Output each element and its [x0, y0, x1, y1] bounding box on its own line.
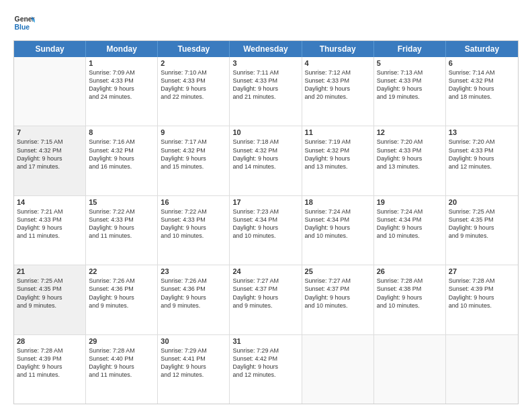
day-info: Sunrise: 7:28 AM Sunset: 4:39 PM Dayligh… [17, 347, 83, 379]
day-cell-21: 21Sunrise: 7:25 AM Sunset: 4:35 PM Dayli… [14, 265, 86, 334]
day-number: 1 [89, 59, 154, 67]
day-cell-5: 5Sunrise: 7:13 AM Sunset: 4:33 PM Daylig… [374, 57, 446, 126]
calendar-body: 1Sunrise: 7:09 AM Sunset: 4:33 PM Daylig… [14, 57, 518, 404]
day-cell-1: 1Sunrise: 7:09 AM Sunset: 4:33 PM Daylig… [86, 57, 158, 126]
day-number: 27 [449, 267, 515, 275]
day-cell-18: 18Sunrise: 7:24 AM Sunset: 4:34 PM Dayli… [302, 196, 374, 265]
day-cell-14: 14Sunrise: 7:21 AM Sunset: 4:33 PM Dayli… [14, 196, 86, 265]
calendar: SundayMondayTuesdayWednesdayThursdayFrid… [13, 40, 519, 404]
header-day-wednesday: Wednesday [230, 41, 302, 57]
day-info: Sunrise: 7:27 AM Sunset: 4:37 PM Dayligh… [232, 277, 298, 310]
day-number: 10 [232, 128, 298, 136]
day-number: 28 [17, 337, 83, 345]
empty-cell [446, 335, 518, 404]
day-number: 9 [161, 128, 226, 136]
day-cell-30: 30Sunrise: 7:29 AM Sunset: 4:41 PM Dayli… [158, 335, 230, 404]
day-number: 31 [232, 337, 298, 345]
day-number: 15 [89, 198, 154, 206]
day-info: Sunrise: 7:29 AM Sunset: 4:42 PM Dayligh… [232, 347, 298, 379]
day-info: Sunrise: 7:28 AM Sunset: 4:40 PM Dayligh… [89, 347, 154, 379]
day-number: 5 [377, 59, 443, 67]
day-cell-10: 10Sunrise: 7:18 AM Sunset: 4:32 PM Dayli… [230, 126, 302, 195]
day-info: Sunrise: 7:20 AM Sunset: 4:33 PM Dayligh… [377, 138, 443, 171]
day-cell-19: 19Sunrise: 7:24 AM Sunset: 4:34 PM Dayli… [374, 196, 446, 265]
day-info: Sunrise: 7:12 AM Sunset: 4:33 PM Dayligh… [305, 68, 371, 101]
day-cell-7: 7Sunrise: 7:15 AM Sunset: 4:32 PM Daylig… [14, 126, 86, 195]
day-info: Sunrise: 7:11 AM Sunset: 4:33 PM Dayligh… [232, 68, 298, 101]
day-info: Sunrise: 7:16 AM Sunset: 4:32 PM Dayligh… [89, 138, 154, 171]
header-day-sunday: Sunday [14, 41, 86, 57]
day-info: Sunrise: 7:21 AM Sunset: 4:33 PM Dayligh… [17, 208, 83, 240]
day-number: 2 [161, 59, 226, 67]
svg-text:Blue: Blue [15, 24, 30, 31]
day-cell-4: 4Sunrise: 7:12 AM Sunset: 4:33 PM Daylig… [302, 57, 374, 126]
day-number: 22 [89, 267, 154, 275]
day-number: 23 [161, 267, 226, 275]
day-number: 25 [305, 267, 371, 275]
day-cell-2: 2Sunrise: 7:10 AM Sunset: 4:33 PM Daylig… [158, 57, 230, 126]
calendar-header: SundayMondayTuesdayWednesdayThursdayFrid… [14, 41, 518, 57]
page: General Blue SundayMondayTuesdayWednesda… [0, 0, 532, 411]
day-info: Sunrise: 7:20 AM Sunset: 4:33 PM Dayligh… [449, 138, 515, 171]
day-cell-11: 11Sunrise: 7:19 AM Sunset: 4:32 PM Dayli… [302, 126, 374, 195]
day-cell-8: 8Sunrise: 7:16 AM Sunset: 4:32 PM Daylig… [86, 126, 158, 195]
day-info: Sunrise: 7:27 AM Sunset: 4:37 PM Dayligh… [305, 277, 371, 310]
header-day-thursday: Thursday [302, 41, 374, 57]
empty-cell [374, 335, 446, 404]
day-number: 12 [377, 128, 443, 136]
day-info: Sunrise: 7:28 AM Sunset: 4:38 PM Dayligh… [377, 277, 443, 310]
day-cell-6: 6Sunrise: 7:14 AM Sunset: 4:32 PM Daylig… [446, 57, 518, 126]
calendar-row-2: 7Sunrise: 7:15 AM Sunset: 4:32 PM Daylig… [14, 126, 518, 195]
day-info: Sunrise: 7:24 AM Sunset: 4:34 PM Dayligh… [377, 208, 443, 240]
day-number: 21 [17, 267, 83, 275]
empty-cell [302, 335, 374, 404]
day-info: Sunrise: 7:17 AM Sunset: 4:32 PM Dayligh… [161, 138, 226, 171]
day-info: Sunrise: 7:25 AM Sunset: 4:35 PM Dayligh… [449, 208, 515, 240]
day-number: 20 [449, 198, 515, 206]
day-number: 13 [449, 128, 515, 136]
day-cell-23: 23Sunrise: 7:26 AM Sunset: 4:36 PM Dayli… [158, 265, 230, 334]
day-info: Sunrise: 7:10 AM Sunset: 4:33 PM Dayligh… [161, 68, 226, 101]
day-number: 16 [161, 198, 226, 206]
day-info: Sunrise: 7:24 AM Sunset: 4:34 PM Dayligh… [305, 208, 371, 240]
header: General Blue [13, 12, 519, 34]
header-day-tuesday: Tuesday [158, 41, 230, 57]
day-cell-15: 15Sunrise: 7:22 AM Sunset: 4:33 PM Dayli… [86, 196, 158, 265]
calendar-row-1: 1Sunrise: 7:09 AM Sunset: 4:33 PM Daylig… [14, 57, 518, 126]
day-number: 7 [17, 128, 83, 136]
day-number: 30 [161, 337, 226, 345]
day-cell-31: 31Sunrise: 7:29 AM Sunset: 4:42 PM Dayli… [230, 335, 302, 404]
day-number: 14 [17, 198, 83, 206]
day-number: 3 [232, 59, 298, 67]
day-number: 11 [305, 128, 371, 136]
day-info: Sunrise: 7:22 AM Sunset: 4:33 PM Dayligh… [89, 208, 154, 240]
day-cell-25: 25Sunrise: 7:27 AM Sunset: 4:37 PM Dayli… [302, 265, 374, 334]
day-info: Sunrise: 7:23 AM Sunset: 4:34 PM Dayligh… [232, 208, 298, 240]
day-number: 24 [232, 267, 298, 275]
day-cell-24: 24Sunrise: 7:27 AM Sunset: 4:37 PM Dayli… [230, 265, 302, 334]
logo-icon: General Blue [13, 12, 35, 34]
calendar-row-5: 28Sunrise: 7:28 AM Sunset: 4:39 PM Dayli… [14, 335, 518, 404]
day-info: Sunrise: 7:18 AM Sunset: 4:32 PM Dayligh… [232, 138, 298, 171]
day-cell-3: 3Sunrise: 7:11 AM Sunset: 4:33 PM Daylig… [230, 57, 302, 126]
day-number: 8 [89, 128, 154, 136]
day-cell-16: 16Sunrise: 7:22 AM Sunset: 4:33 PM Dayli… [158, 196, 230, 265]
day-number: 17 [232, 198, 298, 206]
header-day-saturday: Saturday [446, 41, 518, 57]
day-number: 29 [89, 337, 154, 345]
day-cell-13: 13Sunrise: 7:20 AM Sunset: 4:33 PM Dayli… [446, 126, 518, 195]
day-cell-20: 20Sunrise: 7:25 AM Sunset: 4:35 PM Dayli… [446, 196, 518, 265]
day-cell-29: 29Sunrise: 7:28 AM Sunset: 4:40 PM Dayli… [86, 335, 158, 404]
day-info: Sunrise: 7:19 AM Sunset: 4:32 PM Dayligh… [305, 138, 371, 171]
day-info: Sunrise: 7:15 AM Sunset: 4:32 PM Dayligh… [17, 138, 83, 171]
day-cell-9: 9Sunrise: 7:17 AM Sunset: 4:32 PM Daylig… [158, 126, 230, 195]
header-day-friday: Friday [374, 41, 446, 57]
day-cell-26: 26Sunrise: 7:28 AM Sunset: 4:38 PM Dayli… [374, 265, 446, 334]
day-info: Sunrise: 7:25 AM Sunset: 4:35 PM Dayligh… [17, 277, 83, 310]
day-info: Sunrise: 7:22 AM Sunset: 4:33 PM Dayligh… [161, 208, 226, 240]
day-number: 4 [305, 59, 371, 67]
day-cell-12: 12Sunrise: 7:20 AM Sunset: 4:33 PM Dayli… [374, 126, 446, 195]
day-cell-17: 17Sunrise: 7:23 AM Sunset: 4:34 PM Dayli… [230, 196, 302, 265]
day-info: Sunrise: 7:09 AM Sunset: 4:33 PM Dayligh… [89, 68, 154, 101]
calendar-row-4: 21Sunrise: 7:25 AM Sunset: 4:35 PM Dayli… [14, 265, 518, 334]
